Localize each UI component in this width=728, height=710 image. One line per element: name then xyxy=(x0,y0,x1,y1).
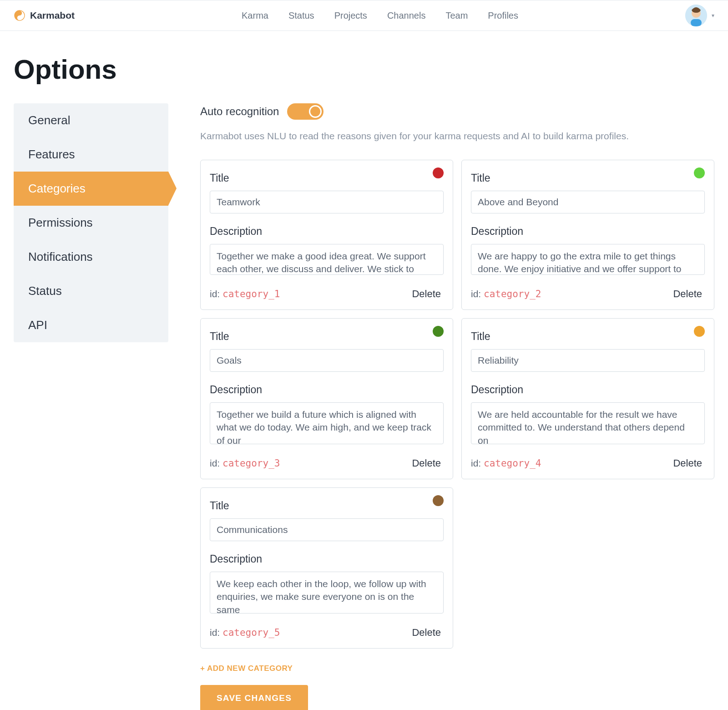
category-card: Title Description id: category_1 Delete xyxy=(200,160,453,310)
sidebar-item-general[interactable]: General xyxy=(14,103,168,137)
category-id: id: category_4 xyxy=(471,458,541,469)
category-color-dot xyxy=(694,167,705,178)
nav-item-team[interactable]: Team xyxy=(445,10,468,21)
category-card: Title Description id: category_2 Delete xyxy=(461,160,714,310)
category-card: Title Description id: category_4 Delete xyxy=(461,318,714,479)
auto-recognition-label: Auto recognition xyxy=(200,105,279,118)
svg-point-1 xyxy=(19,12,20,14)
brand-name: Karmabot xyxy=(30,10,75,21)
nav-item-projects[interactable]: Projects xyxy=(334,10,367,21)
category-id: id: category_5 xyxy=(210,627,280,638)
delete-category-button[interactable]: Delete xyxy=(670,288,705,300)
auto-recognition-toggle[interactable] xyxy=(287,103,324,120)
category-description-input[interactable] xyxy=(210,572,444,614)
description-label: Description xyxy=(471,384,705,396)
sidebar-item-status[interactable]: Status xyxy=(14,274,168,308)
chevron-down-icon: ▾ xyxy=(712,12,714,19)
category-id: id: category_3 xyxy=(210,458,280,469)
page-title: Options xyxy=(14,54,714,85)
main-nav: Karma Status Projects Channels Team Prof… xyxy=(75,10,685,21)
nav-item-profiles[interactable]: Profiles xyxy=(488,10,518,21)
sidebar-item-api[interactable]: API xyxy=(14,308,168,342)
delete-category-button[interactable]: Delete xyxy=(409,288,444,300)
category-description-input[interactable] xyxy=(210,402,444,444)
title-label: Title xyxy=(210,330,444,343)
description-label: Description xyxy=(471,225,705,238)
title-label: Title xyxy=(210,172,444,184)
title-label: Title xyxy=(210,500,444,512)
category-title-input[interactable] xyxy=(210,518,444,541)
category-card: Title Description id: category_3 Delete xyxy=(200,318,453,479)
nav-item-karma[interactable]: Karma xyxy=(242,10,268,21)
sidebar-item-permissions[interactable]: Permissions xyxy=(14,206,168,240)
category-color-dot xyxy=(433,167,444,178)
description-label: Description xyxy=(210,225,444,238)
settings-sidebar: General Features Categories Permissions … xyxy=(14,103,168,342)
sidebar-item-notifications[interactable]: Notifications xyxy=(14,240,168,274)
svg-point-2 xyxy=(19,17,20,19)
category-id: id: category_1 xyxy=(210,289,280,299)
helper-text: Karmabot uses NLU to read the reasons gi… xyxy=(200,131,714,142)
category-title-input[interactable] xyxy=(471,349,705,372)
title-label: Title xyxy=(471,330,705,343)
nav-item-status[interactable]: Status xyxy=(288,10,314,21)
category-color-dot xyxy=(694,326,705,337)
save-changes-button[interactable]: SAVE CHANGES xyxy=(200,685,308,710)
brand-logo-icon xyxy=(14,10,25,21)
category-description-input[interactable] xyxy=(471,244,705,275)
category-title-input[interactable] xyxy=(210,349,444,372)
category-description-input[interactable] xyxy=(471,402,705,444)
main-panel: Auto recognition Karmabot uses NLU to re… xyxy=(200,103,714,710)
category-description-input[interactable] xyxy=(210,244,444,275)
delete-category-button[interactable]: Delete xyxy=(409,626,444,639)
title-label: Title xyxy=(471,172,705,184)
category-title-input[interactable] xyxy=(471,191,705,213)
topbar: Karmabot Karma Status Projects Channels … xyxy=(0,0,728,31)
delete-category-button[interactable]: Delete xyxy=(409,457,444,470)
sidebar-item-categories[interactable]: Categories xyxy=(14,172,168,206)
brand[interactable]: Karmabot xyxy=(14,10,75,21)
category-color-dot xyxy=(433,495,444,506)
description-label: Description xyxy=(210,553,444,565)
add-category-link[interactable]: + ADD NEW CATEGORY xyxy=(200,664,714,673)
category-title-input[interactable] xyxy=(210,191,444,213)
category-card: Title Description id: category_5 Delete xyxy=(200,487,453,649)
category-cards: Title Description id: category_1 Delete … xyxy=(200,160,714,649)
nav-item-channels[interactable]: Channels xyxy=(387,10,426,21)
category-color-dot xyxy=(433,326,444,337)
user-menu[interactable]: ▾ xyxy=(685,5,714,26)
svg-rect-5 xyxy=(691,19,702,26)
delete-category-button[interactable]: Delete xyxy=(670,457,705,470)
sidebar-item-features[interactable]: Features xyxy=(14,137,168,172)
avatar xyxy=(685,5,707,26)
description-label: Description xyxy=(210,384,444,396)
category-id: id: category_2 xyxy=(471,289,541,299)
toggle-knob-icon xyxy=(309,105,322,118)
